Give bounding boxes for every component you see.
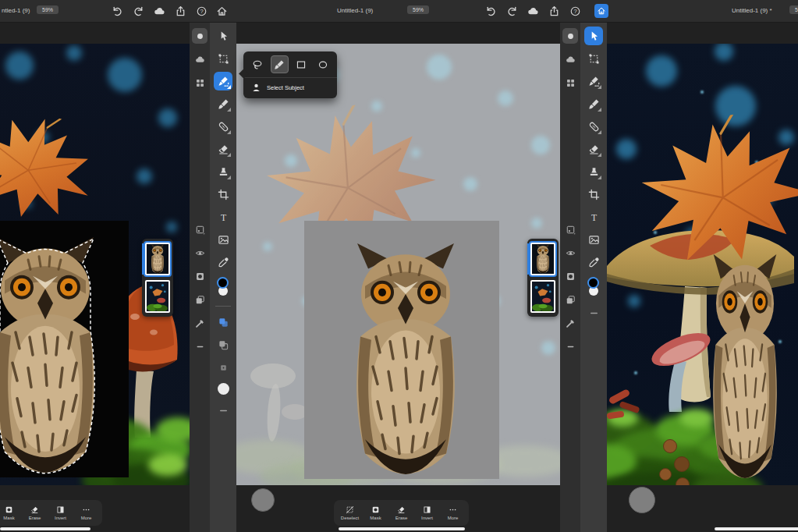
cloud-icon[interactable] <box>562 51 578 67</box>
home-icon[interactable] <box>216 5 228 17</box>
add-select-button[interactable] <box>214 313 232 332</box>
action-deselect[interactable]: Deselect <box>338 505 362 520</box>
help-button[interactable] <box>569 5 581 17</box>
round-icon[interactable] <box>192 28 207 44</box>
tool-move[interactable] <box>214 27 232 45</box>
action-erase[interactable]: Erase <box>389 505 413 520</box>
mask-icon[interactable] <box>562 268 578 284</box>
tool-type[interactable] <box>584 207 603 226</box>
tool-eyedropper[interactable] <box>584 253 603 271</box>
redo-button[interactable] <box>133 5 144 17</box>
tool-brush[interactable] <box>214 94 232 113</box>
home-indicator[interactable] <box>0 527 90 530</box>
dash-button[interactable] <box>214 401 232 420</box>
eye-icon[interactable] <box>562 245 578 261</box>
tool-eyedropper[interactable] <box>214 253 232 271</box>
document-title: Untitled-1 (9) * <box>732 7 772 14</box>
home-indicator[interactable] <box>339 527 465 530</box>
round-icon[interactable] <box>562 28 578 44</box>
zoom-level-badge[interactable]: 59% <box>789 5 798 14</box>
layers-panel <box>527 239 559 317</box>
tool-transform[interactable] <box>214 49 232 68</box>
tool-move[interactable] <box>584 27 603 45</box>
mask-icon[interactable] <box>192 268 207 284</box>
share-button[interactable] <box>175 5 186 17</box>
toolbar-divider <box>215 306 231 307</box>
undo-button[interactable] <box>112 5 123 17</box>
share-button[interactable] <box>548 5 560 17</box>
select-tool-flyout: Select Subject <box>243 51 337 98</box>
select-option-ellipse[interactable] <box>314 55 332 73</box>
tool-crop[interactable] <box>214 185 232 204</box>
grid-icon[interactable] <box>192 75 207 90</box>
canvas-right[interactable] <box>607 44 798 485</box>
duplicate-icon[interactable] <box>192 292 207 307</box>
cloud-icon[interactable] <box>192 51 207 67</box>
add-layer-icon[interactable] <box>192 222 207 237</box>
tool-transform[interactable] <box>584 49 603 68</box>
dash-button[interactable] <box>584 303 603 322</box>
tool-place-photo[interactable] <box>214 230 232 249</box>
eye-icon[interactable] <box>192 245 207 261</box>
color-chip[interactable] <box>214 277 232 298</box>
home-indicator[interactable] <box>715 527 798 530</box>
action-label: Erase <box>395 516 408 520</box>
grid-icon[interactable] <box>562 75 578 90</box>
layer-thumbnail-background[interactable] <box>530 280 555 313</box>
tool-eraser[interactable] <box>584 140 603 158</box>
layer-thumbnail-owl[interactable] <box>145 243 170 275</box>
zoom-level-badge[interactable]: 59% <box>407 5 429 14</box>
select-option-brush[interactable] <box>271 55 289 73</box>
tool-clone-stamp[interactable] <box>584 162 603 181</box>
action-label: Invert <box>421 516 433 520</box>
options-button[interactable] <box>214 358 232 377</box>
undo-button[interactable] <box>485 5 497 17</box>
fill-icon[interactable] <box>192 315 207 331</box>
tool-select[interactable] <box>584 72 603 90</box>
taskbar-middle-screenshot <box>560 22 580 532</box>
tool-spot-heal[interactable] <box>584 117 603 136</box>
select-option-lasso[interactable] <box>249 55 267 73</box>
tool-clone-stamp[interactable] <box>214 162 232 181</box>
action-invert[interactable]: Invert <box>48 505 73 520</box>
action-invert[interactable]: Invert <box>415 505 439 520</box>
touch-shortcut-button[interactable] <box>251 488 275 512</box>
brush-size-indicator[interactable] <box>218 383 229 395</box>
select-options-row <box>243 51 337 77</box>
tool-eraser[interactable] <box>214 140 232 158</box>
layer-thumbnail-background[interactable] <box>145 280 170 313</box>
action-more[interactable]: More <box>74 505 98 520</box>
fill-icon[interactable] <box>562 315 578 331</box>
action-mask[interactable]: Mask <box>0 505 21 520</box>
action-mask[interactable]: Mask <box>364 505 388 520</box>
subtract-select-button[interactable] <box>214 335 232 354</box>
color-chip[interactable] <box>584 277 603 298</box>
acorn-decoration <box>674 456 690 472</box>
dash-icon[interactable] <box>562 339 578 354</box>
document-title: ntled-1 (9) <box>2 7 30 14</box>
tool-type[interactable] <box>214 207 232 226</box>
touch-shortcut-button[interactable] <box>629 487 655 513</box>
action-more[interactable]: More <box>441 505 465 520</box>
tool-crop[interactable] <box>584 185 603 204</box>
panel-strip-right <box>560 22 607 532</box>
select-option-rectangle[interactable] <box>293 55 310 73</box>
help-button[interactable] <box>196 5 207 17</box>
foreground-color-swatch <box>587 277 599 289</box>
tool-select[interactable] <box>214 72 232 90</box>
tool-spot-heal[interactable] <box>214 117 232 136</box>
duplicate-icon[interactable] <box>562 292 578 307</box>
layer-thumbnail-owl[interactable] <box>530 243 555 275</box>
add-layer-icon[interactable] <box>562 222 578 237</box>
home-button[interactable] <box>594 4 608 18</box>
canvas-middle[interactable] <box>236 44 560 485</box>
tool-brush[interactable] <box>584 94 603 113</box>
dash-icon[interactable] <box>192 339 207 354</box>
cloud-button[interactable] <box>154 5 165 17</box>
action-erase[interactable]: Erase <box>23 505 47 520</box>
tool-place-photo[interactable] <box>584 230 603 249</box>
select-subject-button[interactable]: Select Subject <box>243 78 337 98</box>
zoom-level-badge[interactable]: 59% <box>37 5 59 14</box>
cloud-button[interactable] <box>527 5 539 17</box>
redo-button[interactable] <box>506 5 518 17</box>
